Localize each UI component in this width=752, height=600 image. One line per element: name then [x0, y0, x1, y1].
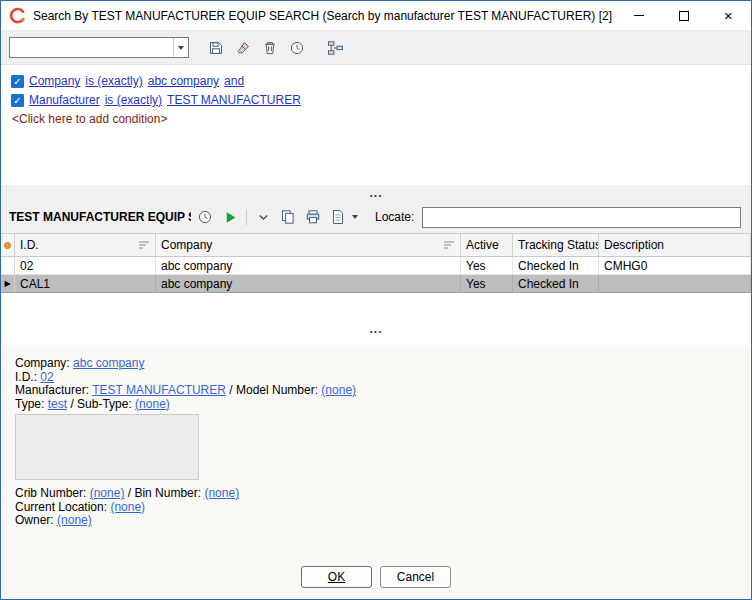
- search-history-button[interactable]: [286, 37, 308, 59]
- column-header-description[interactable]: Description: [599, 234, 751, 256]
- results-title: TEST MANUFACTURER EQUIP SE: [9, 210, 191, 224]
- dialog-window: Search By TEST MANUFACTURER EQUIP SEARCH…: [0, 0, 752, 600]
- detail-manufacturer-label: Manufacturer:: [15, 383, 89, 397]
- close-button[interactable]: ×: [706, 1, 751, 30]
- detail-subtype-link[interactable]: (none): [135, 397, 170, 411]
- column-header-tracking-status[interactable]: Tracking Status: [513, 234, 599, 256]
- cell-active[interactable]: Yes: [461, 257, 513, 274]
- splitter-grip-top[interactable]: ...: [1, 185, 751, 201]
- minimize-button[interactable]: [616, 1, 661, 30]
- detail-company-link[interactable]: abc company: [73, 356, 144, 370]
- delete-search-button[interactable]: [259, 37, 281, 59]
- ok-button[interactable]: OK: [301, 566, 372, 588]
- detail-location-link[interactable]: (none): [110, 500, 145, 514]
- report-menu-caret-icon[interactable]: [352, 215, 358, 219]
- save-search-button[interactable]: [205, 37, 227, 59]
- search-hierarchy-button[interactable]: [324, 37, 346, 59]
- report-button[interactable]: [327, 206, 349, 228]
- window-controls: ×: [616, 1, 751, 30]
- grid-header-row: I.D. Company Active Tracking Status Desc…: [1, 234, 751, 257]
- cell-tracking-status[interactable]: Checked In: [513, 275, 599, 292]
- detail-location-label: Current Location:: [15, 500, 107, 514]
- detail-crib-link[interactable]: (none): [90, 486, 125, 500]
- print-button[interactable]: [302, 206, 324, 228]
- table-row[interactable]: 02 abc company Yes Checked In CMHG0: [1, 257, 751, 275]
- table-row-selected[interactable]: ▶ CAL1 abc company Yes Checked In: [1, 275, 751, 293]
- condition-row: ✓ Company is (exactly) abc company and: [11, 72, 741, 90]
- detail-id-line: I.D.: 02: [15, 371, 739, 385]
- cell-company[interactable]: abc company: [156, 275, 461, 292]
- detail-manufacturer-link[interactable]: TEST MANUFACTURER: [92, 383, 226, 397]
- condition-value-link[interactable]: abc company: [148, 74, 219, 88]
- condition-checkbox[interactable]: ✓: [11, 75, 24, 88]
- detail-type-link[interactable]: test: [48, 397, 67, 411]
- column-header-active[interactable]: Active: [461, 234, 513, 256]
- key-marker-icon: [4, 242, 11, 249]
- conditions-panel: ✓ Company is (exactly) abc company and ✓…: [1, 64, 751, 185]
- close-icon: ×: [724, 8, 733, 23]
- cell-description[interactable]: [599, 275, 751, 292]
- results-toolbar: TEST MANUFACTURER EQUIP SE: [1, 201, 751, 233]
- locate-input[interactable]: [422, 207, 741, 228]
- cell-id[interactable]: CAL1: [15, 275, 156, 292]
- column-header-id[interactable]: I.D.: [15, 234, 156, 256]
- maximize-button[interactable]: [661, 1, 706, 30]
- run-search-button[interactable]: [219, 206, 241, 228]
- detail-location-line: Current Location: (none): [15, 501, 739, 515]
- window-title: Search By TEST MANUFACTURER EQUIP SEARCH…: [33, 9, 612, 23]
- cell-company[interactable]: abc company: [156, 257, 461, 274]
- condition-operator-link[interactable]: is (exactly): [85, 74, 142, 88]
- column-header-label: Tracking Status: [518, 238, 599, 252]
- results-history-button[interactable]: [194, 206, 216, 228]
- condition-value-link[interactable]: TEST MANUFACTURER: [167, 93, 301, 107]
- column-header-label: Active: [466, 238, 499, 252]
- clear-search-button[interactable]: [232, 37, 254, 59]
- saved-search-input[interactable]: [10, 38, 173, 57]
- detail-subtype-label: / Sub-Type:: [70, 397, 131, 411]
- condition-field-link[interactable]: Manufacturer: [29, 93, 100, 107]
- detail-model-link[interactable]: (none): [321, 383, 356, 397]
- details-panel: Company: abc company I.D.: 02 Manufactur…: [1, 345, 751, 555]
- splitter-grip-middle[interactable]: ...: [1, 293, 751, 345]
- app-logo-icon: [9, 7, 26, 24]
- history-clock-icon: [289, 40, 305, 56]
- condition-field-link[interactable]: Company: [29, 74, 80, 88]
- sort-icon: [443, 240, 455, 250]
- detail-id-label: I.D.:: [15, 370, 37, 384]
- current-row-arrow-icon: ▶: [4, 280, 10, 288]
- add-condition-link[interactable]: <Click here to add condition>: [12, 112, 741, 126]
- sort-icon: [138, 240, 150, 250]
- locate-label: Locate:: [375, 210, 414, 224]
- detail-company-line: Company: abc company: [15, 357, 739, 371]
- row-marker-cell: [1, 257, 15, 274]
- cancel-button[interactable]: Cancel: [380, 566, 451, 588]
- ok-button-label: OK: [328, 570, 345, 584]
- condition-conjunction-link[interactable]: and: [224, 74, 244, 88]
- detail-owner-link[interactable]: (none): [57, 513, 92, 527]
- detail-company-label: Company:: [15, 356, 70, 370]
- condition-checkbox[interactable]: ✓: [11, 94, 24, 107]
- cell-active[interactable]: Yes: [461, 275, 513, 292]
- results-grid: I.D. Company Active Tracking Status Desc…: [1, 233, 751, 293]
- condition-row: ✓ Manufacturer is (exactly) TEST MANUFAC…: [11, 91, 741, 109]
- detail-id-link[interactable]: 02: [40, 370, 53, 384]
- cell-id[interactable]: 02: [15, 257, 156, 274]
- detail-type-label: Type:: [15, 397, 44, 411]
- detail-bin-link[interactable]: (none): [204, 486, 239, 500]
- expand-results-button[interactable]: [252, 206, 274, 228]
- report-document-icon: [330, 209, 346, 225]
- combobox-dropdown-button[interactable]: [173, 38, 188, 57]
- copy-results-button[interactable]: [277, 206, 299, 228]
- minimize-icon: [634, 15, 644, 16]
- grid-key-column-header[interactable]: [1, 234, 15, 256]
- cell-tracking-status[interactable]: Checked In: [513, 257, 599, 274]
- cell-description[interactable]: CMHG0: [599, 257, 751, 274]
- item-image-placeholder: [15, 414, 199, 480]
- detail-manufacturer-line: Manufacturer: TEST MANUFACTURER / Model …: [15, 384, 739, 398]
- condition-operator-link[interactable]: is (exactly): [105, 93, 162, 107]
- hierarchy-icon: [327, 40, 344, 56]
- column-header-company[interactable]: Company: [156, 234, 461, 256]
- saved-search-combobox[interactable]: [9, 37, 189, 58]
- history-clock-icon: [197, 209, 213, 225]
- copy-icon: [280, 209, 296, 225]
